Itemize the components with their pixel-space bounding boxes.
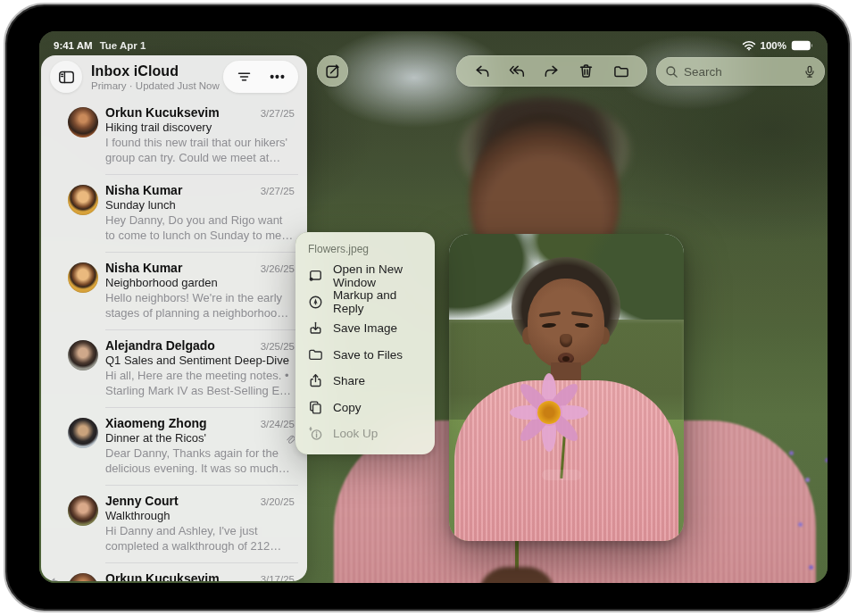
email-date: 3/26/25 <box>254 263 295 274</box>
avatar <box>68 185 98 215</box>
avatar <box>68 107 98 137</box>
email-preview: I found this new trail that our hikers' … <box>105 135 295 165</box>
email-row[interactable]: Orkun Kucuksevim3/17/25 Day trip idea He… <box>41 562 307 581</box>
menu-item-look-up[interactable]: Look Up <box>295 420 435 447</box>
status-time: 9:41 AM <box>54 40 93 51</box>
email-sender: Nisha Kumar <box>105 183 254 197</box>
menu-item-label: Save to Files <box>333 348 403 362</box>
email-subject: Dinner at the Ricos' <box>105 431 295 445</box>
ellipsis-icon: ••• <box>270 70 286 84</box>
share-icon <box>308 373 323 388</box>
email-sender: Orkun Kucuksevim <box>105 571 254 581</box>
email-date: 3/25/25 <box>254 341 295 352</box>
email-sender: Jenny Court <box>105 494 254 508</box>
email-list[interactable]: Orkun Kucuksevim3/27/25 Hiking trail dis… <box>41 96 307 581</box>
email-row[interactable]: Nisha Kumar3/26/25 Neighborhood garden H… <box>41 252 307 329</box>
microphone-icon[interactable] <box>803 64 816 79</box>
folder-button[interactable] <box>608 55 635 87</box>
email-preview: Dear Danny, Thanks again for the delicio… <box>105 445 295 476</box>
email-sender: Xiaomeng Zhong <box>105 416 254 430</box>
menu-item-label: Look Up <box>333 427 378 440</box>
menu-item-open-in-new-window[interactable]: Open in New Window <box>295 262 435 289</box>
avatar <box>68 418 98 448</box>
folder-icon <box>308 347 323 362</box>
email-sender: Alejandra Delgado <box>105 338 254 353</box>
menu-item-share[interactable]: Share <box>295 368 435 395</box>
wifi-icon <box>742 40 756 51</box>
email-subject: Walkthrough <box>105 509 295 522</box>
copy-icon <box>308 400 323 415</box>
mailbox-subtitle: Primary · Updated Just Now <box>91 80 223 91</box>
sidebar-header: Inbox iCloud Primary · Updated Just Now … <box>41 55 307 96</box>
status-date: Tue Apr 1 <box>100 40 146 51</box>
battery-percent: 100% <box>761 40 786 51</box>
mailbox-sidebar: Inbox iCloud Primary · Updated Just Now … <box>41 55 307 581</box>
avatar <box>68 495 98 526</box>
avatar <box>68 340 98 370</box>
menu-item-label: Copy <box>333 401 362 414</box>
email-date: 3/27/25 <box>254 108 295 119</box>
search-placeholder: Search <box>684 65 798 79</box>
email-preview: Hi all, Here are the meeting notes. • St… <box>105 368 295 398</box>
status-bar: 9:41 AM Tue Apr 1 100% <box>39 31 828 54</box>
more-button[interactable]: ••• <box>261 61 295 93</box>
email-subject: Sunday lunch <box>105 198 295 212</box>
compose-button[interactable] <box>317 55 348 87</box>
email-row[interactable]: Xiaomeng Zhong3/24/25 Dinner at the Rico… <box>41 407 307 485</box>
email-row[interactable]: Jenny Court3/20/25 Walkthrough Hi Danny … <box>41 485 307 562</box>
menu-item-label: Markup and Reply <box>333 288 422 315</box>
email-date: 3/17/25 <box>254 574 295 581</box>
trash-button[interactable] <box>573 55 600 87</box>
screen: 9:41 AM Tue Apr 1 100% <box>39 31 828 583</box>
search-field[interactable]: Search <box>656 57 825 86</box>
menu-item-save-image[interactable]: Save Image <box>295 315 435 342</box>
reply-button[interactable] <box>469 55 495 87</box>
menu-item-markup-and-reply[interactable]: Markup and Reply <box>295 289 435 316</box>
email-preview: Hello neighbors! We're in the early stag… <box>105 290 295 320</box>
email-preview: Hey Danny, Do you and Rigo want to come … <box>105 212 295 243</box>
email-preview: Hi Danny and Ashley, I've just completed… <box>105 523 295 554</box>
open-new-window-icon <box>308 268 323 283</box>
menu-item-copy[interactable]: Copy <box>295 395 435 421</box>
ipad-bezel: 9:41 AM Tue Apr 1 100% <box>4 3 852 612</box>
email-subject: Q1 Sales and Sentiment Deep-Dive <box>105 354 295 367</box>
menu-item-label: Share <box>333 374 365 387</box>
replied-arrow-icon <box>49 577 62 581</box>
mailbox-title: Inbox iCloud <box>91 63 223 79</box>
reply-all-button[interactable] <box>503 55 530 87</box>
look-up-icon <box>308 426 323 441</box>
email-row[interactable]: Alejandra Delgado3/25/25 Q1 Sales and Se… <box>41 329 307 407</box>
save-image-icon <box>308 320 323 336</box>
email-row[interactable]: Orkun Kucuksevim3/27/25 Hiking trail dis… <box>41 96 307 174</box>
image-context-menu: Flowers.jpeg Open in New Window <box>295 232 435 454</box>
sidebar-toggle-button[interactable] <box>50 61 82 93</box>
menu-item-label: Save Image <box>333 321 397 335</box>
context-menu-title: Flowers.jpeg <box>295 241 435 262</box>
email-row[interactable]: Nisha Kumar3/27/25 Sunday lunch Hey Dann… <box>41 174 307 252</box>
attachment-paperclip-icon <box>285 434 295 445</box>
email-subject: Neighborhood garden <box>105 276 295 289</box>
message-actions-pill <box>456 55 647 87</box>
email-date: 3/20/25 <box>254 496 295 507</box>
email-sender: Nisha Kumar <box>105 261 254 275</box>
menu-item-label: Open in New Window <box>333 262 422 289</box>
photo-girl-hand <box>535 464 592 532</box>
sidebar-actions-pill: ••• <box>223 61 298 93</box>
forward-button[interactable] <box>538 55 565 87</box>
search-icon <box>665 65 678 79</box>
avatar <box>68 573 98 581</box>
markup-icon <box>308 295 323 310</box>
menu-item-save-to-files[interactable]: Save to Files <box>295 342 435 369</box>
email-sender: Orkun Kucuksevim <box>105 105 254 120</box>
email-subject: Hiking trail discovery <box>105 121 295 134</box>
photo-preview-card[interactable] <box>449 234 684 541</box>
battery-icon <box>791 40 813 51</box>
filter-button[interactable] <box>227 61 261 93</box>
compose-icon <box>325 63 340 79</box>
ipad-screenshot: 9:41 AM Tue Apr 1 100% <box>0 0 857 616</box>
email-date: 3/24/25 <box>254 419 295 429</box>
email-date: 3/27/25 <box>254 186 295 196</box>
avatar <box>68 262 98 293</box>
